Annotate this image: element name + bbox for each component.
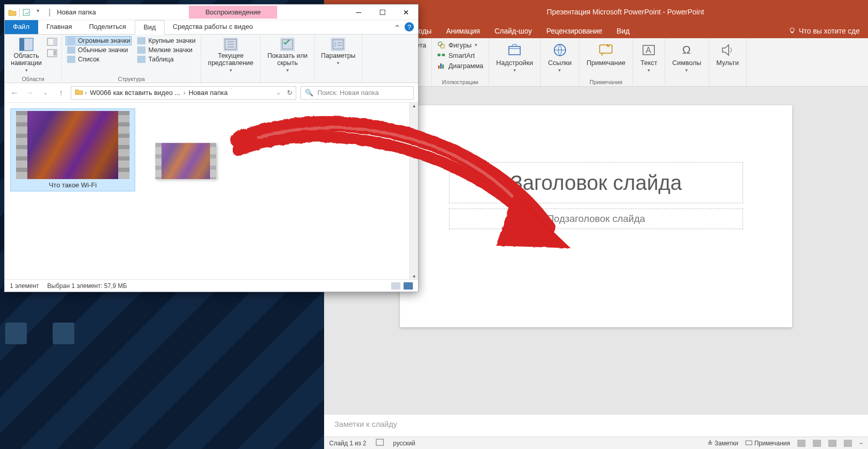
forward-button[interactable]: → <box>24 87 36 99</box>
help-icon[interactable]: ? <box>405 22 414 31</box>
reading-view-icon[interactable] <box>828 440 837 447</box>
ex-titlebar[interactable]: ▾ | Новая папка Воспроизведение ─ ☐ ✕ <box>5 5 418 20</box>
pp-window-title: Презентация Microsoft PowerPoint - Power… <box>383 8 868 16</box>
tab-share[interactable]: Поделиться <box>81 20 135 34</box>
notes-toggle[interactable]: ≜ Заметки <box>708 440 738 447</box>
shapes-icon <box>437 41 445 49</box>
omega-icon: Ω <box>679 42 695 58</box>
close-button[interactable]: ✕ <box>394 5 418 20</box>
selection-info: Выбран 1 элемент: 57,9 МБ <box>47 282 127 290</box>
tab-slideshow[interactable]: Слайд-шоу <box>487 25 539 37</box>
context-tab-playback[interactable]: Воспроизведение <box>189 6 277 19</box>
table-icon <box>137 56 146 63</box>
search-box[interactable]: 🔍 Поиск: Новая папка <box>300 86 414 100</box>
slide[interactable]: Заголовок слайда Подзаголовок слайда <box>400 105 792 327</box>
svg-rect-12 <box>441 44 444 48</box>
window-title: Новая папка <box>57 8 96 16</box>
tell-me[interactable]: Что вы хотите сде <box>789 27 866 36</box>
addins-button[interactable]: Надстройки <box>493 40 536 75</box>
symbols-button[interactable]: ΩСимволы <box>669 40 704 75</box>
recent-dropdown[interactable]: ⌄ <box>40 87 51 99</box>
details-pane-icon[interactable] <box>47 49 57 59</box>
maximize-button[interactable]: ☐ <box>371 5 394 20</box>
thumbnails-view-toggle[interactable] <box>404 282 413 290</box>
list-icon <box>67 56 75 63</box>
small-icons-icon <box>137 46 146 54</box>
comments-toggle[interactable]: Примечания <box>745 440 790 447</box>
title-placeholder[interactable]: Заголовок слайда <box>449 162 743 203</box>
spell-icon[interactable] <box>376 439 384 447</box>
symbols-label: Символы <box>672 59 701 67</box>
layout-normal[interactable]: Обычные значки <box>66 46 131 54</box>
file-list[interactable]: Что такое Wi-Fi ▴▾ <box>5 103 418 279</box>
svg-rect-28 <box>20 38 24 51</box>
layout-small[interactable]: Мелкие значки <box>136 46 197 54</box>
showhide-button[interactable]: Показать или скрыть <box>265 37 310 74</box>
tab-home[interactable]: Главная <box>38 20 81 34</box>
speaker-icon <box>720 42 735 58</box>
properties-icon[interactable] <box>22 8 31 17</box>
layout-huge[interactable]: Огромные значки <box>66 37 131 45</box>
tab-video-tools[interactable]: Средства работы с видео <box>165 20 262 34</box>
svg-text:Ω: Ω <box>682 43 690 56</box>
qat-dropdown-icon[interactable]: ▾ <box>33 8 42 17</box>
tab-review[interactable]: Рецензирование <box>539 25 609 37</box>
panes-group-label: Области <box>9 76 57 82</box>
minimize-button[interactable]: ─ <box>347 5 371 20</box>
nav-pane-button[interactable]: Область навигации <box>9 37 44 74</box>
sorter-view-icon[interactable] <box>813 440 821 447</box>
smartart-label: SmartArt <box>448 52 475 59</box>
video-thumbnail <box>16 111 130 179</box>
tab-view-ex[interactable]: Вид <box>135 20 165 35</box>
normal-view-icon[interactable] <box>797 440 806 447</box>
nav-pane-icon <box>19 38 34 51</box>
shapes-button[interactable]: Фигуры <box>436 40 478 50</box>
current-view-button[interactable]: Текущее представление <box>205 37 256 74</box>
comment-label: Примечание <box>587 59 625 67</box>
layout-large[interactable]: Крупные значки <box>136 37 197 45</box>
chart-button[interactable]: Диаграмма <box>436 61 485 70</box>
links-button[interactable]: Ссылки <box>545 40 575 75</box>
svg-rect-25 <box>746 441 752 445</box>
slide-counter[interactable]: Слайд 1 из 2 <box>329 440 366 447</box>
refresh-icon[interactable]: ↻ <box>287 89 293 97</box>
desktop-icon[interactable] <box>5 323 27 344</box>
tab-view[interactable]: Вид <box>609 25 637 37</box>
desktop-icon[interactable] <box>53 323 74 344</box>
address-dropdown-icon[interactable]: ⌄ <box>276 89 281 96</box>
group-currentview: Текущее представление <box>201 35 261 83</box>
crumb-current[interactable]: Новая папка <box>186 89 230 97</box>
layout-list[interactable]: Список <box>66 55 131 63</box>
svg-rect-14 <box>442 54 445 56</box>
tab-animations[interactable]: Анимация <box>439 25 487 37</box>
qat-separator <box>19 8 20 17</box>
layout-table[interactable]: Таблица <box>136 55 197 63</box>
ribbon-collapse-icon[interactable]: ⌃ <box>394 23 400 33</box>
text-button[interactable]: AТекст <box>637 40 661 75</box>
group-options: Параметры <box>315 35 362 83</box>
media-button[interactable]: Мульти <box>713 40 742 69</box>
text-label: Текст <box>640 59 657 67</box>
slideshow-view-icon[interactable] <box>844 440 852 447</box>
showhide-label: Показать или скрыть <box>267 52 308 67</box>
scrollbar[interactable]: ▴▾ <box>409 103 418 279</box>
comments-group-label: Примечания <box>584 78 629 85</box>
comment-button[interactable]: Примечание <box>584 40 629 69</box>
up-button[interactable]: ↑ <box>55 87 67 99</box>
smartart-button[interactable]: SmartArt <box>436 51 476 60</box>
group-text: AТекст <box>633 38 665 86</box>
subtitle-placeholder[interactable]: Подзаголовок слайда <box>449 209 743 229</box>
file-item-selected[interactable]: Что такое Wi-Fi <box>11 109 135 191</box>
preview-pane-icon[interactable] <box>47 38 57 47</box>
options-button[interactable]: Параметры <box>319 37 358 67</box>
crumb-parent[interactable]: W0066 как вставить видео ... <box>88 89 182 97</box>
notes-pane[interactable]: Заметки к слайду <box>324 414 868 437</box>
details-view-toggle[interactable] <box>391 282 400 290</box>
svg-rect-13 <box>438 54 440 56</box>
breadcrumb[interactable]: › W0066 как вставить видео ... › Новая п… <box>71 86 296 100</box>
zoom-out-button[interactable]: − <box>859 440 863 447</box>
folder-icon <box>74 88 84 98</box>
tab-file[interactable]: Файл <box>5 20 38 34</box>
language-label[interactable]: русский <box>393 440 415 447</box>
back-button[interactable]: ← <box>9 87 20 99</box>
